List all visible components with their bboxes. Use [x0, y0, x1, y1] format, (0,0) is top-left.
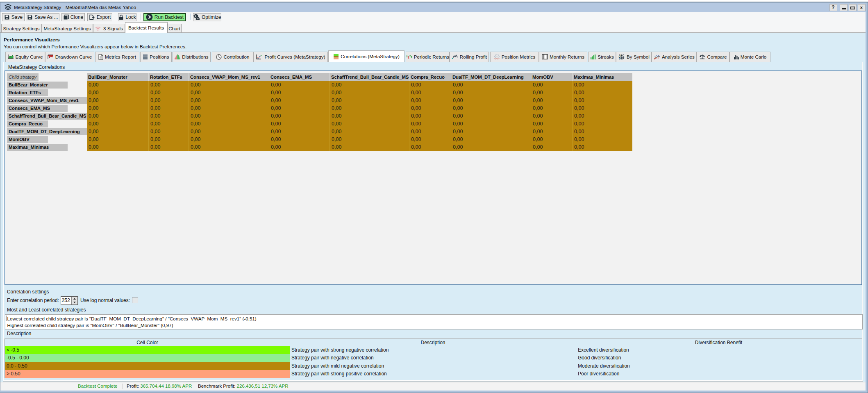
- svg-text:DEF: DEF: [619, 57, 624, 60]
- svg-text:ABC: ABC: [619, 54, 625, 57]
